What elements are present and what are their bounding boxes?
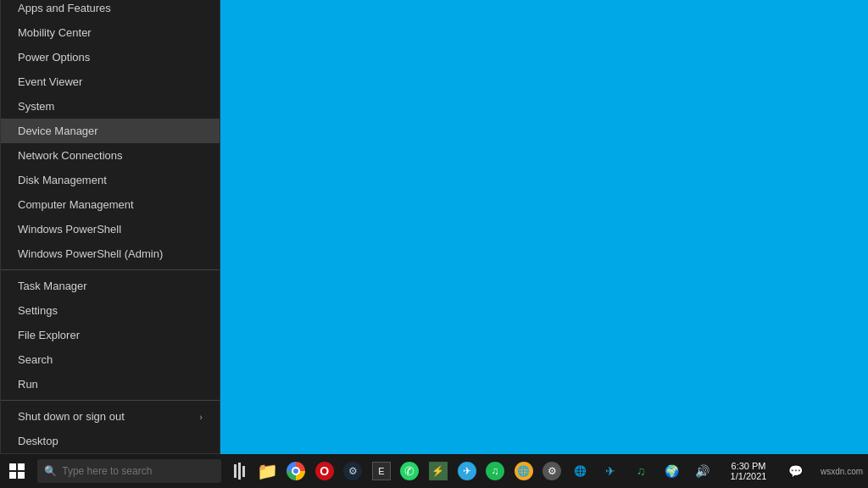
menu-item-task-manager[interactable]: Task Manager <box>1 274 220 298</box>
menu-item-desktop[interactable]: Desktop <box>1 429 220 453</box>
menu-separator <box>1 400 220 401</box>
search-input[interactable] <box>62 465 214 477</box>
taskbar-app-whatsapp[interactable]: ✆ <box>396 454 425 488</box>
menu-item-label-search: Search <box>18 353 53 366</box>
taskbar-app-7[interactable]: ⚡ <box>424 454 453 488</box>
taskbar-app-globe[interactable]: 🌐 <box>509 454 538 488</box>
desktop: Apps and FeaturesMobility CenterPower Op… <box>0 0 868 488</box>
menu-item-label-file-explorer: File Explorer <box>18 329 80 341</box>
tray-notifications[interactable]: 💬 <box>782 454 809 488</box>
svg-rect-3 <box>18 472 25 479</box>
task-view-icon <box>234 463 245 480</box>
menu-item-label-event-viewer: Event Viewer <box>18 75 82 88</box>
menu-item-label-desktop: Desktop <box>18 435 58 447</box>
menu-item-power-options[interactable]: Power Options <box>1 45 220 69</box>
menu-item-system[interactable]: System <box>1 94 220 119</box>
menu-item-label-mobility-center: Mobility Center <box>18 26 92 39</box>
menu-item-event-viewer[interactable]: Event Viewer <box>1 69 220 94</box>
menu-item-network-connections[interactable]: Network Connections <box>1 143 220 168</box>
menu-item-label-windows-powershell-admin: Windows PowerShell (Admin) <box>18 247 163 260</box>
taskbar-app-spotify[interactable]: ♫ <box>481 454 509 488</box>
tray-spotify[interactable]: ♫ <box>627 454 654 488</box>
menu-item-mobility-center[interactable]: Mobility Center <box>1 20 220 45</box>
menu-separator <box>1 269 220 270</box>
taskbar-app-file-explorer[interactable]: 📁 <box>253 454 282 488</box>
menu-item-run[interactable]: Run <box>1 372 220 396</box>
taskbar-app-telegram[interactable]: ✈ <box>453 454 481 488</box>
menu-item-label-system: System <box>18 100 54 113</box>
menu-item-settings[interactable]: Settings <box>1 298 220 323</box>
svg-rect-2 <box>9 472 16 479</box>
tray-audio[interactable]: 🔊 <box>688 454 715 488</box>
menu-item-windows-powershell-admin[interactable]: Windows PowerShell (Admin) <box>1 241 220 266</box>
menu-item-file-explorer[interactable]: File Explorer <box>1 323 220 347</box>
taskbar-app-chrome[interactable] <box>281 454 310 488</box>
menu-item-label-apps-features: Apps and Features <box>18 2 111 14</box>
taskbar-clock[interactable]: 6:30 PM 1/1/2021 <box>719 454 778 488</box>
menu-item-arrow-shut-down: › <box>199 412 203 422</box>
start-button[interactable] <box>0 454 34 488</box>
menu-item-label-disk-management: Disk Management <box>18 174 107 186</box>
taskbar: 🔍 📁 O ⚙ E ✆ <box>0 454 868 488</box>
taskbar-app-epic[interactable]: E <box>367 454 396 488</box>
tray-language[interactable]: 🌐 <box>566 454 593 488</box>
menu-item-label-power-options: Power Options <box>18 51 90 64</box>
taskbar-tray: 🌐 ✈ ♫ 🌍 🔊 6:30 PM 1/1/2021 💬 <box>566 454 815 488</box>
menu-item-label-settings: Settings <box>18 304 58 317</box>
menu-item-windows-powershell[interactable]: Windows PowerShell <box>1 217 220 241</box>
menu-item-shut-down[interactable]: Shut down or sign out› <box>1 404 220 429</box>
menu-item-label-device-manager: Device Manager <box>18 125 98 137</box>
menu-item-label-computer-management: Computer Management <box>18 198 134 211</box>
menu-item-computer-management[interactable]: Computer Management <box>1 192 220 217</box>
context-menu: Apps and FeaturesMobility CenterPower Op… <box>0 0 220 454</box>
menu-item-search[interactable]: Search <box>1 347 220 372</box>
clock-time: 6:30 PM <box>732 461 766 471</box>
svg-rect-1 <box>18 463 25 470</box>
menu-item-label-task-manager: Task Manager <box>18 280 87 292</box>
svg-rect-0 <box>9 463 16 470</box>
menu-item-label-network-connections: Network Connections <box>18 149 123 162</box>
menu-item-label-shut-down: Shut down or sign out <box>18 410 125 423</box>
menu-item-apps-features[interactable]: Apps and Features <box>1 0 220 20</box>
menu-item-label-run: Run <box>18 378 38 391</box>
task-view-button[interactable] <box>225 454 253 488</box>
taskbar-app-steam[interactable]: ⚙ <box>339 454 368 488</box>
tray-telegram[interactable]: ✈ <box>597 454 624 488</box>
menu-item-label-windows-powershell: Windows PowerShell <box>18 223 121 236</box>
tray-network[interactable]: 🌍 <box>658 454 685 488</box>
taskbar-app-opera[interactable]: O <box>310 454 339 488</box>
taskbar-search-bar[interactable]: 🔍 <box>37 459 221 483</box>
menu-item-device-manager[interactable]: Device Manager <box>1 119 220 143</box>
search-icon: 🔍 <box>44 465 57 477</box>
taskbar-app-11[interactable]: ⚙ <box>537 454 566 488</box>
menu-item-disk-management[interactable]: Disk Management <box>1 168 220 192</box>
wsxdn-label: wsxdn.com <box>821 467 863 476</box>
wsxdn-badge: wsxdn.com <box>815 454 868 488</box>
clock-date: 1/1/2021 <box>731 471 767 481</box>
